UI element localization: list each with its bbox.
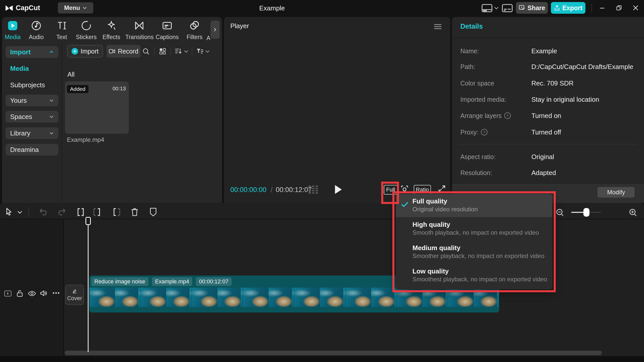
sidebar-item-media[interactable]: Media <box>10 65 29 73</box>
details-row-path: Path: D:/CapCut/CapCut Drafts/Example <box>460 62 636 71</box>
chevron-right-icon <box>213 28 217 32</box>
record-button-label: Record <box>118 48 138 55</box>
filters-tab-icon <box>189 20 200 31</box>
player-panel-title: Player <box>230 22 249 30</box>
details-value: Stay in original location <box>531 96 599 104</box>
playhead-handle[interactable] <box>85 217 91 225</box>
captions-tab-icon <box>162 20 173 31</box>
playhead-line[interactable] <box>88 225 89 352</box>
tab-captions-label: Captions <box>154 34 180 41</box>
lock-icon[interactable] <box>16 290 23 297</box>
details-label: Path: <box>460 63 531 71</box>
frames-view-icon[interactable] <box>308 185 319 195</box>
details-value: Rec. 709 SDR <box>531 79 573 87</box>
sort-icon[interactable] <box>175 47 183 55</box>
tab-media[interactable]: Media <box>2 20 23 41</box>
tab-transitions[interactable]: Transitions <box>125 20 153 41</box>
player-current-time: 00:00:00:00 <box>230 186 267 194</box>
clip-frame-thumbnail <box>166 288 192 307</box>
tab-effects[interactable]: Effects <box>101 20 122 41</box>
details-label: Resolution: <box>460 169 531 177</box>
pencil-icon <box>72 288 78 294</box>
search-icon[interactable] <box>142 47 150 55</box>
workspace-layout-icon[interactable] <box>481 4 493 12</box>
details-row-name: Name: Example <box>460 46 636 56</box>
tab-captions[interactable]: Captions <box>154 20 180 41</box>
cover-button[interactable]: Cover <box>65 285 84 305</box>
minimize-button[interactable] <box>597 2 608 13</box>
sidebar-item-spaces[interactable]: Spaces <box>6 111 58 123</box>
toolbar-separator <box>170 47 171 55</box>
sidebar-item-import[interactable]: Import <box>6 46 58 58</box>
record-button[interactable]: Record <box>107 45 141 58</box>
media-clip-card[interactable]: Added 00:13 <box>65 81 129 134</box>
camera-icon <box>109 48 115 54</box>
sidebar-yours-label: Yours <box>10 97 27 105</box>
sidebar-item-yours[interactable]: Yours <box>6 95 58 106</box>
maximize-button[interactable] <box>613 2 624 13</box>
sidebar-item-subprojects[interactable]: Subprojects <box>10 81 45 89</box>
visibility-icon[interactable] <box>28 290 36 297</box>
filter-chevron-icon[interactable] <box>205 50 210 53</box>
import-media-button[interactable]: Import <box>67 45 103 58</box>
transitions-tab-icon <box>134 20 145 31</box>
details-label: Arrange layers <box>460 112 531 119</box>
details-value: Original <box>531 153 554 161</box>
details-value: D:/CapCut/CapCut Drafts/Example <box>531 63 633 71</box>
tab-text-label: Text <box>51 34 72 41</box>
grid-view-icon[interactable] <box>159 47 166 55</box>
tab-effects-label: Effects <box>101 34 122 41</box>
tab-filters[interactable]: Filters <box>184 20 205 41</box>
details-row-aspect-ratio: Aspect ratio: Original <box>460 152 636 161</box>
track-header-divider <box>63 219 64 356</box>
capcut-window: CapCut Menu Example Share Export <box>0 0 644 362</box>
horizontal-scrollbar[interactable] <box>65 351 602 355</box>
mute-icon[interactable] <box>40 290 48 297</box>
sort-chevron-icon[interactable] <box>184 50 188 53</box>
sidebar-dreamina-label: Dreamina <box>10 146 39 154</box>
player-video-viewport[interactable] <box>230 41 446 162</box>
clip-frame-thumbnail <box>243 288 269 307</box>
help-icon[interactable] <box>481 129 488 135</box>
annotation-box-quality-menu <box>392 191 556 292</box>
export-button[interactable]: Export <box>551 2 585 14</box>
tab-audio[interactable]: Audio <box>26 20 47 41</box>
menu-button[interactable]: Menu <box>58 2 93 13</box>
clip-frame-thumbnail <box>269 288 294 307</box>
clip-badges: Reduce image noise Example.mp4 00:00:12:… <box>91 277 234 286</box>
workspace-layout-chevron-icon[interactable] <box>494 6 499 10</box>
close-button[interactable] <box>630 2 641 13</box>
details-row-proxy: Proxy: Turned off <box>460 128 636 137</box>
clip-duration-badge: 00:13 <box>112 85 126 92</box>
tab-transitions-label: Transitions <box>125 34 153 41</box>
media-tab-icon <box>7 20 18 31</box>
clip-name-badge: Example.mp4 <box>152 277 192 286</box>
details-section-divider <box>460 144 637 144</box>
player-menu-icon[interactable] <box>434 24 442 30</box>
tab-filters-label: Filters <box>184 34 205 41</box>
capcut-logo-icon <box>5 4 14 13</box>
details-row-colorspace: Color space Rec. 709 SDR <box>460 79 636 88</box>
share-button[interactable]: Share <box>516 2 548 14</box>
details-value: Turned off <box>531 128 561 136</box>
tabs-expand-button[interactable] <box>211 21 220 39</box>
tab-text[interactable]: Text <box>51 20 72 41</box>
filter-icon[interactable] <box>196 47 204 55</box>
panel-layout-icon[interactable] <box>502 4 513 12</box>
clip-frame-thumbnail <box>115 288 141 307</box>
details-header-divider <box>452 38 644 38</box>
text-tab-icon <box>56 20 67 31</box>
play-button[interactable] <box>334 184 343 195</box>
details-label: Name: <box>460 47 531 55</box>
modify-button[interactable]: Modify <box>598 187 635 198</box>
tab-stickers[interactable]: Stickers <box>76 20 97 41</box>
sidebar-item-library[interactable]: Library <box>6 127 58 139</box>
details-label: Color space <box>460 80 531 87</box>
cover-button-label: Cover <box>67 295 82 302</box>
help-icon[interactable] <box>504 112 511 119</box>
more-options-icon[interactable] <box>52 292 60 294</box>
plus-icon <box>72 48 78 55</box>
player-total-time: 00:00:12:07 <box>276 186 312 194</box>
modify-button-label: Modify <box>607 189 625 196</box>
sidebar-item-dreamina[interactable]: Dreamina <box>6 144 58 156</box>
